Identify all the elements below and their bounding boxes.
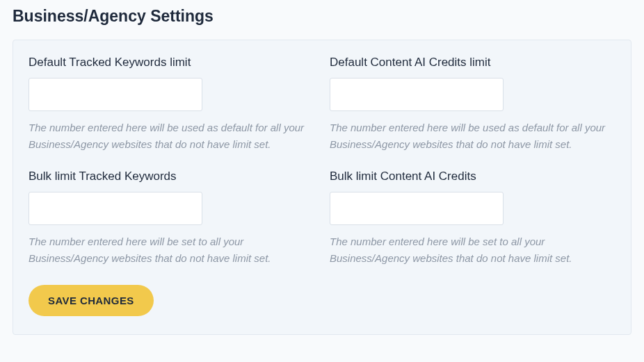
field-default-content-ai-credits: Default Content AI Credits limit The num…	[330, 56, 615, 153]
field-label: Bulk limit Tracked Keywords	[29, 170, 314, 183]
actions-row: SAVE CHANGES	[29, 285, 615, 316]
default-tracked-keywords-input[interactable]	[29, 78, 202, 111]
field-label: Bulk limit Content AI Credits	[330, 170, 615, 183]
field-help: The number entered here will be used as …	[29, 120, 314, 153]
bulk-tracked-keywords-input[interactable]	[29, 192, 202, 225]
field-help: The number entered here will be used as …	[330, 120, 615, 153]
field-bulk-content-ai-credits: Bulk limit Content AI Credits The number…	[330, 170, 615, 267]
settings-panel: Default Tracked Keywords limit The numbe…	[13, 40, 631, 335]
field-help: The number entered here will be set to a…	[330, 233, 615, 267]
field-help: The number entered here will be set to a…	[29, 233, 314, 267]
default-content-ai-credits-input[interactable]	[330, 78, 504, 111]
page-title: Business/Agency Settings	[13, 7, 631, 26]
save-changes-button[interactable]: SAVE CHANGES	[29, 285, 154, 316]
field-default-tracked-keywords: Default Tracked Keywords limit The numbe…	[29, 56, 314, 153]
field-bulk-tracked-keywords: Bulk limit Tracked Keywords The number e…	[29, 170, 314, 267]
field-label: Default Content AI Credits limit	[330, 56, 615, 69]
field-label: Default Tracked Keywords limit	[29, 56, 314, 69]
bulk-content-ai-credits-input[interactable]	[330, 192, 504, 225]
settings-grid: Default Tracked Keywords limit The numbe…	[29, 56, 615, 267]
